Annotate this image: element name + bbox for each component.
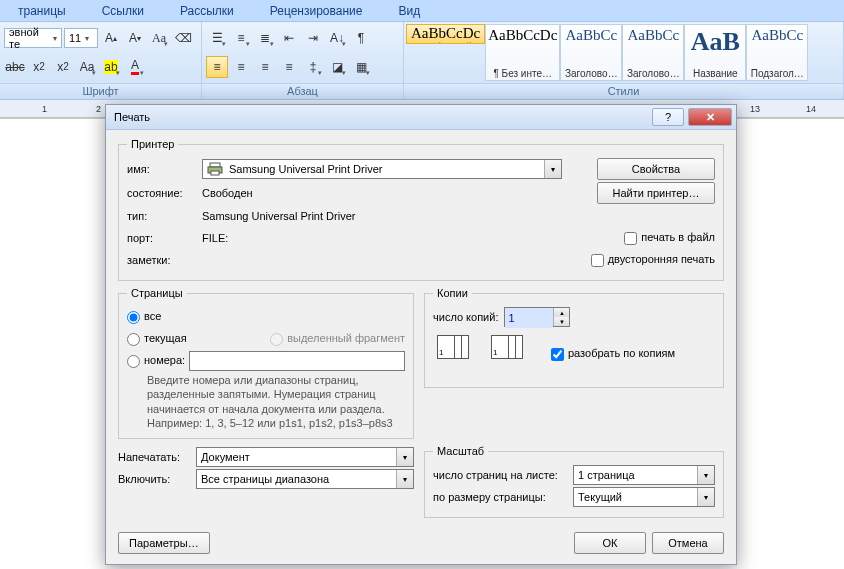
indent-icon[interactable]: ⇥	[302, 27, 324, 49]
find-printer-button[interactable]: Найти принтер…	[597, 182, 715, 204]
style-label: Название	[693, 68, 738, 79]
superscript-icon[interactable]: x2	[52, 56, 74, 78]
group-pages-legend: Страницы	[127, 287, 187, 299]
shading-icon[interactable]: ◪	[326, 56, 348, 78]
help-button[interactable]: ?	[652, 108, 684, 126]
label-copies: число копий:	[433, 311, 498, 323]
close-button[interactable]: ✕	[688, 108, 732, 126]
copies-input[interactable]	[505, 308, 553, 328]
style-label: Подзагол…	[751, 68, 804, 79]
label-fit-to-page: по размеру страницы:	[433, 491, 573, 503]
spin-down-icon[interactable]: ▼	[554, 317, 569, 326]
strike-icon[interactable]: abc	[4, 56, 26, 78]
style-sample: AaBbCc	[627, 27, 679, 44]
grow-font-icon[interactable]: A▴	[100, 27, 122, 49]
group-scale-legend: Масштаб	[433, 445, 488, 457]
outdent-icon[interactable]: ⇤	[278, 27, 300, 49]
value-status: Свободен	[202, 187, 597, 199]
style-item[interactable]: AaBbCcЗаголово…	[560, 24, 622, 81]
bullets-icon[interactable]: ☰	[206, 27, 228, 49]
ok-button[interactable]: ОК	[574, 532, 646, 554]
printer-select[interactable]: Samsung Universal Print Driver ▾	[202, 159, 562, 179]
style-item[interactable]: AaBbCcПодзагол…	[746, 24, 808, 81]
style-item[interactable]: AaBbCcDc¶ Без инте…	[485, 24, 560, 81]
printer-icon	[207, 161, 223, 177]
label-pages-per-sheet: число страниц на листе:	[433, 469, 573, 481]
dialog-titlebar: Печать ? ✕	[106, 105, 736, 130]
parameters-button[interactable]: Параметры…	[118, 532, 210, 554]
font-name-combo[interactable]: эвной те▾	[4, 28, 62, 48]
chevron-down-icon: ▾	[396, 448, 413, 466]
print-what-select[interactable]: Документ▾	[196, 447, 414, 467]
properties-button[interactable]: Свойства	[597, 158, 715, 180]
svg-rect-0	[210, 163, 220, 167]
label-notes: заметки:	[127, 254, 202, 266]
checkbox-duplex[interactable]: двусторонняя печать	[591, 253, 715, 267]
style-item[interactable]: AaBbCcDc¶ Обычный	[406, 24, 485, 44]
value-type: Samsung Universal Print Driver	[202, 210, 715, 222]
copies-spinner[interactable]: ▲▼	[504, 307, 570, 327]
cancel-button[interactable]: Отмена	[652, 532, 724, 554]
ribbon-tab[interactable]: Ссылки	[84, 4, 162, 18]
spin-up-icon[interactable]: ▲	[554, 308, 569, 317]
font-color-icon[interactable]: A	[124, 56, 146, 78]
style-label: ¶ Без инте…	[493, 68, 552, 79]
svg-rect-2	[211, 171, 219, 175]
pilcrow-icon[interactable]: ¶	[350, 27, 372, 49]
pages-per-sheet-select[interactable]: 1 страница▾	[573, 465, 715, 485]
ruler-num: 2	[96, 100, 101, 117]
group-pages: Страницы все текущая выделенный фрагмент…	[118, 287, 414, 439]
style-item[interactable]: AaBbCcЗаголово…	[622, 24, 684, 81]
style-label: ¶ Обычный	[419, 42, 471, 43]
change-case-icon[interactable]: Aa	[76, 56, 98, 78]
ribbon-group-label: Шрифт	[0, 83, 201, 99]
ribbon-tab[interactable]: Рецензирование	[252, 4, 381, 18]
align-right-icon[interactable]: ≡	[254, 56, 276, 78]
shrink-font-icon[interactable]: A▾	[124, 27, 146, 49]
chevron-down-icon: ▾	[544, 160, 561, 178]
group-printer-legend: Принтер	[127, 138, 178, 150]
ribbon-group-styles: AaBbCcDc¶ ОбычныйAaBbCcDc¶ Без инте…AaBb…	[404, 22, 844, 99]
subscript-icon[interactable]: x2	[28, 56, 50, 78]
ribbon-group-font: эвной те▾ 11▾ A▴ A▾ Aa ⌫ abc x2 x2 Aa ab…	[0, 22, 202, 99]
label-include: Включить:	[118, 473, 196, 485]
ribbon-tab[interactable]: траницы	[0, 4, 84, 18]
align-left-icon[interactable]: ≡	[206, 56, 228, 78]
style-sample: AaBbCcDc	[488, 27, 557, 44]
group-printer: Принтер имя: Samsung Universal Print Dri…	[118, 138, 724, 281]
radio-numbers[interactable]: номера:	[127, 354, 185, 368]
highlight-icon[interactable]: ab	[100, 56, 122, 78]
ribbon-tab[interactable]: Вид	[380, 4, 438, 18]
radio-current[interactable]: текущая	[127, 332, 187, 346]
ribbon-tab[interactable]: Рассылки	[162, 4, 252, 18]
line-spacing-icon[interactable]: ‡	[302, 56, 324, 78]
style-item[interactable]: AaBНазвание	[684, 24, 746, 81]
page-numbers-input[interactable]	[189, 351, 405, 371]
include-select[interactable]: Все страницы диапазона▾	[196, 469, 414, 489]
pages-hint: Введите номера или диапазоны страниц, ра…	[127, 373, 405, 430]
checkbox-print-to-file[interactable]: печать в файл	[624, 231, 715, 245]
chevron-down-icon: ▾	[697, 488, 714, 506]
numbering-icon[interactable]: ≡	[230, 27, 252, 49]
font-size-combo[interactable]: 11▾	[64, 28, 98, 48]
styles-gallery[interactable]: AaBbCcDc¶ ОбычныйAaBbCcDc¶ Без инте…AaBb…	[404, 22, 843, 83]
borders-icon[interactable]: ▦	[350, 56, 372, 78]
align-center-icon[interactable]: ≡	[230, 56, 252, 78]
justify-icon[interactable]: ≡	[278, 56, 300, 78]
radio-all[interactable]: все	[127, 310, 161, 324]
ribbon: эвной те▾ 11▾ A▴ A▾ Aa ⌫ abc x2 x2 Aa ab…	[0, 22, 844, 100]
collate-preview-icon: 3 2 1 3 2 1	[433, 329, 533, 379]
label-print-what: Напечатать:	[118, 451, 196, 463]
erase-format-icon[interactable]: ⌫	[172, 27, 194, 49]
multilevel-icon[interactable]: ≣	[254, 27, 276, 49]
fit-to-page-select[interactable]: Текущий▾	[573, 487, 715, 507]
label-status: состояние:	[127, 187, 202, 199]
ribbon-group-paragraph: ☰ ≡ ≣ ⇤ ⇥ A↓ ¶ ≡ ≡ ≡ ≡ ‡ ◪ ▦ Абзац	[202, 22, 404, 99]
clear-format-icon[interactable]: Aa	[148, 27, 170, 49]
print-dialog: Печать ? ✕ Принтер имя: Samsung Universa…	[105, 104, 737, 565]
ribbon-tab-strip: траницы Ссылки Рассылки Рецензирование В…	[0, 0, 844, 22]
checkbox-collate[interactable]: разобрать по копиям	[551, 347, 675, 361]
style-sample: AaBbCcDc	[411, 25, 480, 42]
sort-icon[interactable]: A↓	[326, 27, 348, 49]
ruler-num: 1	[42, 100, 47, 117]
